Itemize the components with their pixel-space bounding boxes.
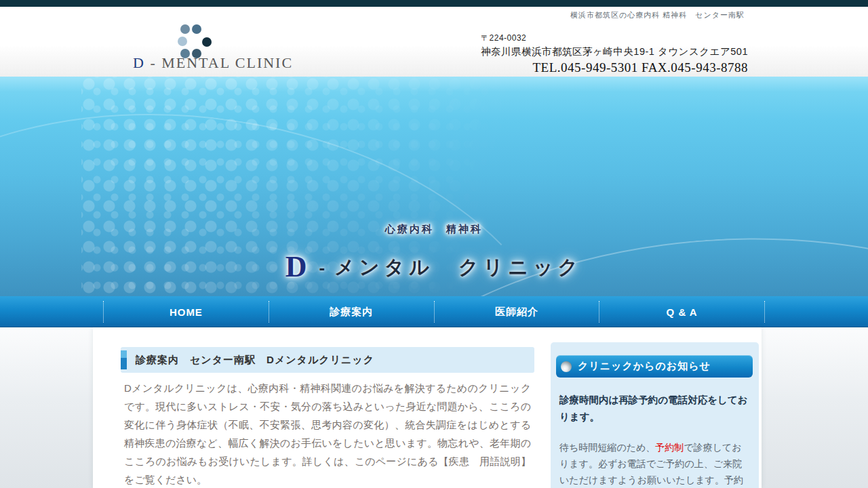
nav-menu: HOME 診療案内 医師紹介 Q & A bbox=[103, 296, 765, 327]
hero-banner: 心療内科 精神科 D-メンタル クリニック bbox=[0, 77, 868, 296]
seo-tagline: 横浜市都筑区の心療内科 精神科 センター南駅 bbox=[570, 10, 745, 20]
nav-item-qa[interactable]: Q & A bbox=[599, 301, 765, 323]
main-navigation: HOME 診療案内 医師紹介 Q & A bbox=[0, 296, 868, 327]
postal-code: 〒224-0032 bbox=[481, 33, 748, 44]
hero-subtitle: 心療内科 精神科 bbox=[0, 223, 868, 236]
nav-item-home[interactable]: HOME bbox=[103, 301, 269, 323]
top-bar bbox=[0, 0, 868, 7]
intro-paragraph-1: Dメンタルクリニックは、心療内科・精神科関連のお悩みを解決するためのクリニックで… bbox=[124, 379, 531, 488]
hero-title: D-メンタル クリニック bbox=[0, 249, 868, 284]
logo-wordmark: D - MENTAL CLINIC bbox=[133, 54, 309, 72]
news-sidebar: クリニックからのお知らせ 診療時間内は再診予約の電話対応をしております。 待ち時… bbox=[551, 342, 759, 488]
section-heading: 診療案内 センター南駅 Dメンタルクリニック bbox=[136, 347, 374, 373]
clinic-logo[interactable]: D - MENTAL CLINIC bbox=[133, 12, 309, 73]
sidebar-title: クリニックからのお知らせ bbox=[578, 360, 711, 373]
page-body: 診療案内 センター南駅 Dメンタルクリニック Dメンタルクリニックは、心療内科・… bbox=[0, 327, 868, 488]
hero-title-rest: メンタル クリニック bbox=[334, 256, 583, 278]
notice-pre: 待ち時間短縮のため、 bbox=[559, 442, 655, 453]
sphere-bullet-icon bbox=[561, 361, 572, 372]
street-address: 神奈川県横浜市都筑区茅ヶ崎中央19-1 タウンスクエア501 bbox=[481, 45, 748, 58]
logo-rest: - MENTAL CLINIC bbox=[145, 54, 293, 71]
nav-item-services[interactable]: 診療案内 bbox=[269, 301, 434, 323]
intro-article: Dメンタルクリニックは、心療内科・精神科関連のお悩みを解決するためのクリニックで… bbox=[124, 379, 531, 488]
notice-bold-text: 診療時間内は再診予約の電話対応をしております。 bbox=[559, 392, 751, 426]
contact-block: 〒224-0032 神奈川県横浜市都筑区茅ヶ崎中央19-1 タウンスクエア501… bbox=[481, 33, 748, 75]
clinic-homepage: 横浜市都筑区の心療内科 精神科 センター南駅 D - MENTAL CLINIC… bbox=[0, 0, 868, 488]
nav-item-doctor[interactable]: 医師紹介 bbox=[434, 301, 599, 323]
notice-highlight-reservation: 予約制 bbox=[655, 442, 684, 453]
section-heading-bar: 診療案内 センター南駅 Dメンタルクリニック bbox=[121, 347, 534, 373]
sidebar-header-button[interactable]: クリニックからのお知らせ bbox=[556, 355, 753, 378]
heading-accent-icon bbox=[121, 350, 127, 369]
hero-title-d: D bbox=[285, 250, 307, 283]
site-header: 横浜市都筑区の心療内科 精神科 センター南駅 D - MENTAL CLINIC… bbox=[0, 7, 868, 77]
content-column: 診療案内 センター南駅 Dメンタルクリニック Dメンタルクリニックは、心療内科・… bbox=[93, 327, 762, 488]
tel-fax-numbers: TEL.045-949-5301 FAX.045-943-8788 bbox=[481, 60, 748, 75]
hero-title-dash: - bbox=[319, 258, 325, 278]
notice-body-text: 待ち時間短縮のため、予約制で診療しております。必ずお電話でご予約の上、ご来院いた… bbox=[559, 439, 751, 488]
logo-letter-d: D bbox=[133, 54, 145, 71]
